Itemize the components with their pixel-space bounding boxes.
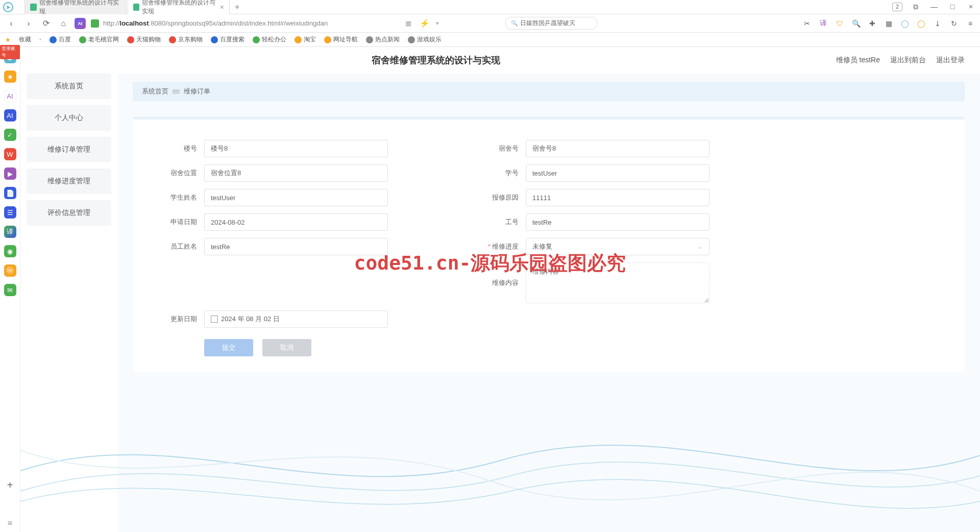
sidebar-item-repair-progress[interactable]: 维修进度管理 (27, 168, 111, 194)
input-susheweizhi[interactable] (204, 164, 388, 182)
url-prefix: http:// (103, 19, 120, 27)
bookmark-item[interactable]: 游戏娱乐 (408, 35, 442, 44)
dock-menu-icon[interactable]: ≡ (8, 519, 12, 528)
dock-icon[interactable]: ✉ (4, 284, 16, 296)
submit-button[interactable]: 提交 (204, 339, 253, 356)
label-weixiuneirong: 维修内容 (470, 278, 526, 287)
login-badge[interactable]: 登录账号 (0, 45, 20, 59)
scissors-icon[interactable]: ✂ (802, 19, 812, 28)
dock-icon[interactable]: AI (4, 90, 16, 102)
window-maximize-icon[interactable]: □ (947, 3, 958, 11)
flash-icon[interactable]: ⚡ (420, 18, 430, 28)
sidebar: 系统首页 个人中心 维修订单管理 维修进度管理 评价信息管理 (20, 74, 117, 532)
logout-front-link[interactable]: 退出到前台 (890, 56, 926, 65)
dock-icon[interactable]: ☰ (4, 206, 16, 219)
vue-icon (30, 4, 37, 11)
dock-icon[interactable]: AI (4, 109, 16, 122)
dock-icon[interactable]: 译 (4, 226, 16, 238)
calendar-icon (211, 316, 218, 323)
bookmark-item[interactable]: 天猫购物 (127, 35, 161, 44)
breadcrumb-current: 维修订单 (184, 87, 210, 96)
sidebar-item-repair-orders[interactable]: 维修订单管理 (27, 137, 111, 162)
cancel-button[interactable]: 取消 (262, 339, 311, 356)
bookmark-item[interactable]: 京东购物 (169, 35, 203, 44)
tab-count-badge[interactable]: 2 (892, 3, 902, 11)
main-content: 系统首页 维修订单 楼号 宿舍号 宿舍位置 学号 学生姓名 报修原因 申请日期 … (117, 74, 980, 532)
browser-tab-strip: 宿舍维修管理系统的设计与实现 宿舍维修管理系统的设计与实现 × + 2 ⧉ — … (0, 0, 980, 14)
nav-reload-icon[interactable]: ⟳ (40, 17, 52, 30)
circle-icon[interactable]: ◯ (900, 19, 910, 28)
search-input[interactable]: 日媒胜国乒愿望破灭 (505, 17, 597, 30)
input-yuangongxingming[interactable] (204, 238, 388, 255)
dock-icon[interactable]: W (4, 148, 16, 160)
circle2-icon[interactable]: ◯ (917, 19, 926, 28)
ai-button[interactable]: AI (75, 18, 86, 29)
window-minimize-icon[interactable]: — (929, 3, 939, 11)
bookmark-item[interactable]: 淘宝 (295, 35, 316, 44)
input-shenqingriqi[interactable] (204, 213, 388, 231)
browser-side-dock: 登录账号 🅒 ★ AI AI ✓ W ▶ 📄 ☰ 译 ◉ ⓦ ✉ + ≡ (0, 47, 20, 532)
page-title: 宿舍维修管理系统的设计与实现 (36, 54, 836, 66)
address-bar: ‹ › ⟳ ⌂ AI http://localhost:8080/springb… (0, 14, 980, 33)
favorites-star-icon[interactable]: ★ (5, 36, 11, 43)
menu-icon[interactable]: ≡ (966, 19, 975, 28)
dock-icon[interactable]: ★ (4, 70, 16, 83)
input-xueshengxingming[interactable] (204, 189, 388, 206)
nav-home-icon[interactable]: ⌂ (57, 17, 69, 30)
dock-icon[interactable]: ▶ (4, 167, 16, 180)
tab-close-icon[interactable]: × (220, 3, 224, 11)
input-xuehao[interactable] (526, 164, 709, 182)
download-icon[interactable]: ⤓ (933, 19, 942, 28)
dock-icon[interactable]: ◉ (4, 245, 16, 257)
extensions-icon[interactable]: ⧉ (911, 3, 921, 11)
sidebar-item-home[interactable]: 系统首页 (27, 74, 111, 99)
label-louhao: 楼号 (148, 144, 204, 153)
bookmark-item[interactable]: 热点新闻 (366, 35, 400, 44)
bookmarks-bar: ★ 收藏 • 百度 老毛桃官网 天猫购物 京东购物 百度搜索 轻松办公 淘宝 网… (0, 33, 980, 47)
window-close-icon[interactable]: × (966, 3, 976, 11)
vue-icon (133, 4, 139, 11)
url-input[interactable]: http://localhost:8080/springbootsq95x/ad… (91, 19, 397, 28)
input-sushehao[interactable] (526, 140, 709, 157)
label-yuangongxingming: 员工姓名 (148, 242, 204, 251)
nav-back-icon[interactable]: ‹ (5, 17, 17, 30)
browser-logo-icon: ➤ (3, 2, 13, 12)
bookmark-item[interactable]: 网址导航 (324, 35, 358, 44)
puzzle-icon[interactable]: ✚ (868, 19, 877, 28)
dock-icon[interactable]: ✓ (4, 129, 16, 141)
textarea-weixiuneirong[interactable] (526, 262, 709, 303)
zoom-icon[interactable]: 🔍 (851, 19, 861, 28)
dock-add-icon[interactable]: + (7, 479, 13, 491)
chevron-down-icon[interactable]: ▾ (436, 20, 439, 27)
input-gonghao[interactable] (526, 213, 709, 231)
label-gonghao: 工号 (470, 217, 526, 227)
label-baoxiuyuanyin: 报修原因 (470, 193, 526, 202)
dock-icon[interactable]: 📄 (4, 187, 16, 199)
qr-icon[interactable]: ▦ (405, 19, 411, 27)
label-gengxinriqi: 更新日期 (148, 315, 204, 324)
bookmark-item[interactable]: 百度搜索 (211, 35, 244, 44)
dock-icon[interactable]: ⓦ (4, 264, 16, 277)
input-baoxiuyuanyin[interactable] (526, 189, 709, 206)
input-gengxinriqi[interactable]: 2024 年 08 月 02 日 (204, 310, 388, 328)
user-role-name[interactable]: 维修员 testRe (836, 56, 880, 65)
input-louhao[interactable] (204, 140, 388, 157)
translate-icon[interactable]: 译 (819, 19, 828, 28)
app-header: 宿舍维修管理系统的设计与实现 维修员 testRe 退出到前台 退出登录 (20, 47, 980, 74)
bookmark-item[interactable]: 百度 (50, 35, 71, 44)
bookmark-item[interactable]: 老毛桃官网 (79, 35, 119, 44)
new-tab-button[interactable]: + (231, 2, 243, 13)
history-icon[interactable]: ↻ (949, 19, 959, 28)
favorites-label: 收藏 (19, 35, 31, 44)
logout-link[interactable]: 退出登录 (936, 56, 965, 65)
sidebar-item-reviews[interactable]: 评价信息管理 (27, 200, 111, 226)
select-weixiujindu[interactable]: 未修复⌄ (526, 238, 709, 255)
label-shenqingriqi: 申请日期 (148, 217, 204, 227)
bookmark-item[interactable]: 轻松办公 (253, 35, 286, 44)
shield-icon[interactable]: 🛡 (835, 19, 844, 28)
nav-forward-icon[interactable]: › (22, 17, 35, 30)
apps-icon[interactable]: ▦ (884, 19, 893, 28)
breadcrumb-separator-icon (173, 89, 180, 94)
sidebar-item-profile[interactable]: 个人中心 (27, 105, 111, 131)
breadcrumb-home[interactable]: 系统首页 (142, 87, 168, 96)
